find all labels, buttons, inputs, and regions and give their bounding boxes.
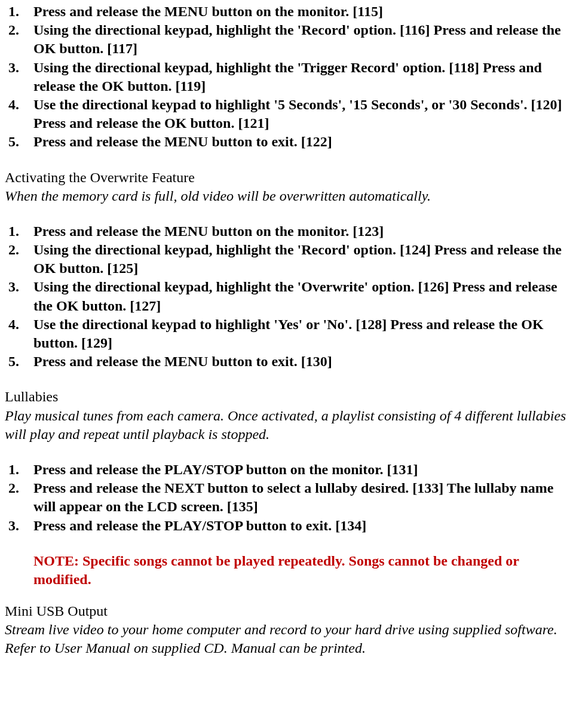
list-item: Use the directional keypad to highlight … [5,96,568,133]
usb-title: Mini USB Output [5,602,568,621]
lullabies-description: Play musical tunes from each camera. Onc… [5,407,568,444]
overwrite-description: When the memory card is full, old video … [5,187,568,205]
overwrite-steps: Press and release the MENU button on the… [5,222,568,371]
list-item: Press and release the MENU button to exi… [5,352,568,371]
usb-description: Stream live video to your home computer … [5,621,568,658]
list-item: Press and release the PLAY/STOP button t… [5,517,568,535]
lullabies-title: Lullabies [5,388,568,406]
list-item: Press and release the MENU button on the… [5,222,568,241]
list-item: Using the directional keypad, highlight … [5,278,568,315]
lullabies-steps: Press and release the PLAY/STOP button o… [5,460,568,535]
list-item: Press and release the PLAY/STOP button o… [5,460,568,479]
overwrite-title: Activating the Overwrite Feature [5,168,568,187]
list-item: Using the directional keypad, highlight … [5,241,568,278]
list-item: Press and release the MENU button on the… [5,2,568,21]
trigger-record-steps: Press and release the MENU button on the… [5,2,568,152]
lullabies-note: NOTE: Specific songs cannot be played re… [5,552,568,589]
list-item: Using the directional keypad, highlight … [5,21,568,58]
list-item: Press and release the MENU button to exi… [5,133,568,151]
list-item: Press and release the NEXT button to sel… [5,479,568,516]
list-item: Use the directional keypad to highlight … [5,315,568,352]
list-item: Using the directional keypad, highlight … [5,59,568,96]
